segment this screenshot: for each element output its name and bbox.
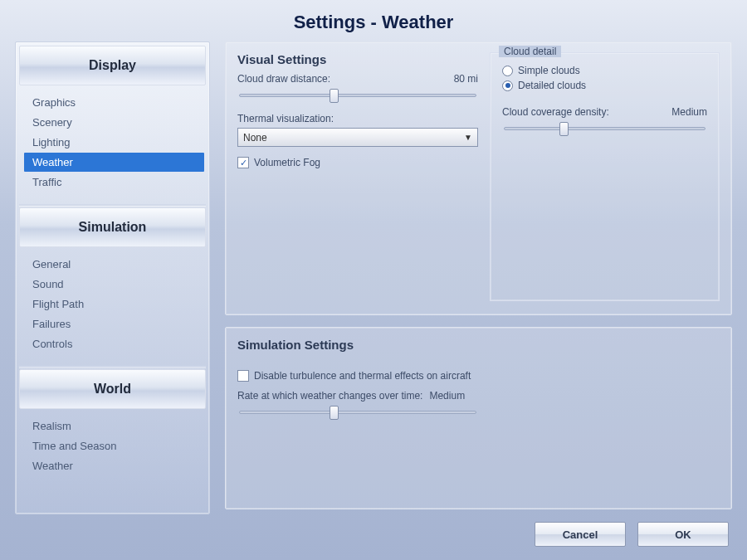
sidebar-section-world: World <box>19 369 206 409</box>
checkbox-icon: ✓ <box>237 157 249 168</box>
sidebar-item-scenery[interactable]: Scenery <box>24 113 204 132</box>
window-title: Settings - Weather <box>0 0 747 41</box>
disable-turbulence-label: Disable turbulence and thermal effects o… <box>254 370 471 382</box>
thermal-visualization-value: None <box>243 132 267 144</box>
radio-icon <box>502 80 513 91</box>
detailed-clouds-label: Detailed clouds <box>518 80 586 91</box>
weather-change-rate-value: Medium <box>429 390 465 402</box>
sidebar-item-graphics[interactable]: Graphics <box>24 93 204 112</box>
simple-clouds-radio[interactable]: Simple clouds <box>502 65 707 76</box>
slider-thumb[interactable] <box>559 122 569 136</box>
ok-button[interactable]: OK <box>637 522 729 547</box>
sidebar-item-controls[interactable]: Controls <box>24 334 204 353</box>
sidebar-item-world-weather[interactable]: Weather <box>24 456 204 475</box>
cloud-draw-distance-value: 80 mi <box>454 73 478 85</box>
cloud-detail-legend: Cloud detail <box>499 46 561 57</box>
slider-thumb[interactable] <box>330 89 339 103</box>
detailed-clouds-radio[interactable]: Detailed clouds <box>502 80 707 91</box>
dialog-footer: Cancel OK <box>535 522 729 547</box>
sidebar-item-weather[interactable]: Weather <box>24 153 204 172</box>
cloud-coverage-density-label: Cloud coverage density: <box>502 106 609 118</box>
sidebar-section-simulation: Simulation <box>19 207 206 247</box>
simulation-settings-panel: Simulation Settings Disable turbulence a… <box>225 327 732 509</box>
weather-change-rate-label: Rate at which weather changes over time: <box>237 390 422 402</box>
sidebar-item-sound[interactable]: Sound <box>24 275 204 294</box>
sidebar-divider <box>19 204 206 206</box>
thermal-visualization-select[interactable]: None ▼ <box>237 128 478 147</box>
cloud-draw-distance-label: Cloud draw distance: <box>237 73 330 85</box>
simple-clouds-label: Simple clouds <box>518 65 580 76</box>
weather-change-rate-slider[interactable] <box>237 405 478 420</box>
cloud-coverage-density-slider[interactable] <box>502 121 707 136</box>
cloud-draw-distance-slider[interactable] <box>237 88 478 103</box>
volumetric-fog-label: Volumetric Fog <box>254 157 320 168</box>
sidebar-item-realism[interactable]: Realism <box>24 416 204 436</box>
checkbox-icon <box>237 370 249 382</box>
visual-settings-title: Visual Settings <box>237 42 478 73</box>
cancel-button[interactable]: Cancel <box>535 522 626 547</box>
sidebar-item-failures[interactable]: Failures <box>24 314 204 334</box>
sidebar-divider <box>19 366 206 368</box>
slider-thumb[interactable] <box>330 406 339 420</box>
cloud-detail-fieldset: Cloud detail Simple clouds Detailed clou… <box>490 52 720 301</box>
sidebar-item-general[interactable]: General <box>24 255 204 274</box>
sidebar-item-time-and-season[interactable]: Time and Season <box>24 436 204 455</box>
sidebar-item-flight-path[interactable]: Flight Path <box>24 295 204 314</box>
cloud-coverage-density-value: Medium <box>671 106 707 118</box>
volumetric-fog-checkbox[interactable]: ✓ Volumetric Fog <box>237 157 478 168</box>
disable-turbulence-checkbox[interactable]: Disable turbulence and thermal effects o… <box>237 370 720 382</box>
dropdown-caret-icon: ▼ <box>464 133 472 142</box>
simulation-settings-title: Simulation Settings <box>237 328 720 360</box>
visual-settings-panel: Visual Settings Cloud draw distance: 80 … <box>225 41 732 315</box>
thermal-visualization-label: Thermal visualization: <box>237 113 478 124</box>
settings-sidebar: Display Graphics Scenery Lighting Weathe… <box>15 41 210 514</box>
sidebar-item-lighting[interactable]: Lighting <box>24 133 204 152</box>
sidebar-item-traffic[interactable]: Traffic <box>24 173 204 192</box>
sidebar-section-display: Display <box>19 46 206 85</box>
radio-icon <box>502 66 513 76</box>
